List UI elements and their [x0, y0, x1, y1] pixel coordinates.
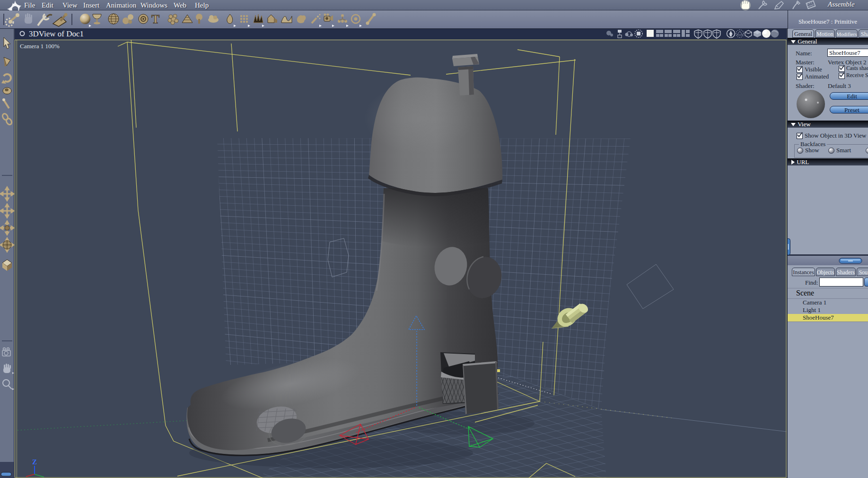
- svg-text:T: T: [151, 12, 159, 26]
- svg-text:Z: Z: [32, 458, 37, 466]
- svg-text:Camera 1 100%: Camera 1 100%: [20, 43, 60, 50]
- svg-text:3DView of Doc1: 3DView of Doc1: [29, 29, 84, 38]
